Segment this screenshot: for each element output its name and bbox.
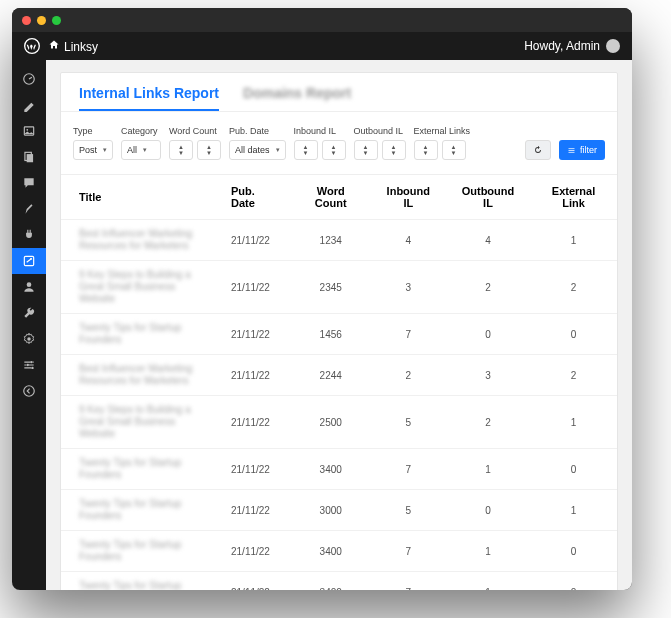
sidebar-item-appearance[interactable] bbox=[12, 196, 46, 222]
row-inbound: 5 bbox=[371, 490, 446, 531]
tab-internal-links[interactable]: Internal Links Report bbox=[79, 85, 219, 111]
row-date: 21/11/22 bbox=[221, 261, 291, 314]
row-title: Twenty Tips for Startup Founders bbox=[79, 498, 211, 522]
minimize-window-dot[interactable] bbox=[37, 16, 46, 25]
col-wordcount[interactable]: Word Count bbox=[291, 175, 371, 220]
sidebar-item-sliders[interactable] bbox=[12, 352, 46, 378]
external-max-stepper[interactable] bbox=[442, 140, 466, 160]
chevron-down-icon: ▾ bbox=[143, 146, 147, 154]
row-wordcount: 1234 bbox=[291, 220, 371, 261]
row-wordcount: 3400 bbox=[291, 449, 371, 490]
row-outbound: 1 bbox=[446, 531, 530, 572]
sidebar-item-pages[interactable] bbox=[12, 144, 46, 170]
sidebar-item-users[interactable] bbox=[12, 274, 46, 300]
filter-category-select[interactable]: All▾ bbox=[121, 140, 161, 160]
filter-pubdate-select[interactable]: All dates▾ bbox=[229, 140, 286, 160]
col-title[interactable]: Title bbox=[61, 175, 221, 220]
row-wordcount: 2244 bbox=[291, 355, 371, 396]
refresh-button[interactable] bbox=[525, 140, 551, 160]
row-date: 21/11/22 bbox=[221, 531, 291, 572]
row-external: 0 bbox=[530, 449, 617, 490]
col-external[interactable]: External Link bbox=[530, 175, 617, 220]
row-wordcount: 2500 bbox=[291, 396, 371, 449]
row-title: Twenty Tips for Startup Founders bbox=[79, 539, 211, 563]
sidebar-item-dashboard[interactable] bbox=[12, 66, 46, 92]
close-window-dot[interactable] bbox=[22, 16, 31, 25]
filter-button[interactable]: filter bbox=[559, 140, 605, 160]
table-row[interactable]: 9 Key Steps to Building a Great Small Bu… bbox=[61, 396, 617, 449]
svg-point-3 bbox=[26, 129, 28, 131]
sidebar-item-media[interactable] bbox=[12, 118, 46, 144]
row-title: Twenty Tips for Startup Founders bbox=[79, 322, 211, 346]
filter-outbound-label: Outbound IL bbox=[354, 126, 406, 136]
sidebar-item-linksy[interactable] bbox=[12, 248, 46, 274]
outbound-max-stepper[interactable] bbox=[382, 140, 406, 160]
table-row[interactable]: Best Influencer Marketing Resources for … bbox=[61, 220, 617, 261]
table-header-row: Title Pub. Date Word Count Inbound IL Ou… bbox=[61, 175, 617, 220]
table-row[interactable]: Twenty Tips for Startup Founders21/11/22… bbox=[61, 572, 617, 591]
sidebar-item-tools[interactable] bbox=[12, 300, 46, 326]
sidebar-item-settings[interactable] bbox=[12, 326, 46, 352]
external-min-stepper[interactable] bbox=[414, 140, 438, 160]
maximize-window-dot[interactable] bbox=[52, 16, 61, 25]
wordcount-max-stepper[interactable] bbox=[197, 140, 221, 160]
row-title: Twenty Tips for Startup Founders bbox=[79, 457, 211, 481]
row-external: 1 bbox=[530, 220, 617, 261]
svg-point-7 bbox=[27, 282, 32, 287]
svg-point-12 bbox=[24, 386, 35, 397]
sidebar-item-collapse[interactable] bbox=[12, 378, 46, 404]
filter-type-select[interactable]: Post▾ bbox=[73, 140, 113, 160]
sliders-icon bbox=[567, 146, 576, 155]
user-greeting[interactable]: Howdy, Admin bbox=[524, 39, 620, 53]
svg-rect-5 bbox=[27, 154, 33, 162]
row-outbound: 1 bbox=[446, 449, 530, 490]
tab-domains[interactable]: Domains Report bbox=[243, 85, 351, 111]
col-outbound[interactable]: Outbound IL bbox=[446, 175, 530, 220]
table-row[interactable]: 9 Key Steps to Building a Great Small Bu… bbox=[61, 261, 617, 314]
inbound-min-stepper[interactable] bbox=[294, 140, 318, 160]
outbound-min-stepper[interactable] bbox=[354, 140, 378, 160]
table-row[interactable]: Twenty Tips for Startup Founders21/11/22… bbox=[61, 314, 617, 355]
row-outbound: 1 bbox=[446, 572, 530, 591]
table-row[interactable]: Twenty Tips for Startup Founders21/11/22… bbox=[61, 490, 617, 531]
row-date: 21/11/22 bbox=[221, 314, 291, 355]
filter-pubdate-label: Pub. Date bbox=[229, 126, 286, 136]
row-inbound: 3 bbox=[371, 261, 446, 314]
admin-topbar: Linksy Howdy, Admin bbox=[12, 32, 632, 60]
greeting-text: Howdy, Admin bbox=[524, 39, 600, 53]
sidebar-item-comments[interactable] bbox=[12, 170, 46, 196]
site-home-link[interactable]: Linksy bbox=[48, 39, 98, 54]
row-title: Best Influencer Marketing Resources for … bbox=[79, 363, 211, 387]
col-inbound[interactable]: Inbound IL bbox=[371, 175, 446, 220]
wordcount-min-stepper[interactable] bbox=[169, 140, 193, 160]
avatar bbox=[606, 39, 620, 53]
svg-point-10 bbox=[27, 364, 29, 366]
row-title: 9 Key Steps to Building a Great Small Bu… bbox=[79, 269, 211, 305]
row-external: 1 bbox=[530, 490, 617, 531]
row-external: 0 bbox=[530, 314, 617, 355]
row-inbound: 2 bbox=[371, 355, 446, 396]
table-row[interactable]: Best Influencer Marketing Resources for … bbox=[61, 355, 617, 396]
inbound-max-stepper[interactable] bbox=[322, 140, 346, 160]
filter-type-label: Type bbox=[73, 126, 113, 136]
row-date: 21/11/22 bbox=[221, 355, 291, 396]
table-row[interactable]: Twenty Tips for Startup Founders21/11/22… bbox=[61, 449, 617, 490]
row-outbound: 0 bbox=[446, 314, 530, 355]
row-outbound: 0 bbox=[446, 490, 530, 531]
row-external: 0 bbox=[530, 531, 617, 572]
wordpress-logo-icon[interactable] bbox=[24, 38, 40, 54]
row-wordcount: 3400 bbox=[291, 531, 371, 572]
row-wordcount: 2345 bbox=[291, 261, 371, 314]
row-date: 21/11/22 bbox=[221, 396, 291, 449]
row-wordcount: 1456 bbox=[291, 314, 371, 355]
row-inbound: 7 bbox=[371, 449, 446, 490]
sidebar-item-posts[interactable] bbox=[12, 92, 46, 118]
chevron-down-icon: ▾ bbox=[276, 146, 280, 154]
row-external: 2 bbox=[530, 261, 617, 314]
row-date: 21/11/22 bbox=[221, 572, 291, 591]
filter-inbound-label: Inbound IL bbox=[294, 126, 346, 136]
sidebar-item-plugins[interactable] bbox=[12, 222, 46, 248]
col-pubdate[interactable]: Pub. Date bbox=[221, 175, 291, 220]
home-icon bbox=[48, 39, 60, 51]
table-row[interactable]: Twenty Tips for Startup Founders21/11/22… bbox=[61, 531, 617, 572]
